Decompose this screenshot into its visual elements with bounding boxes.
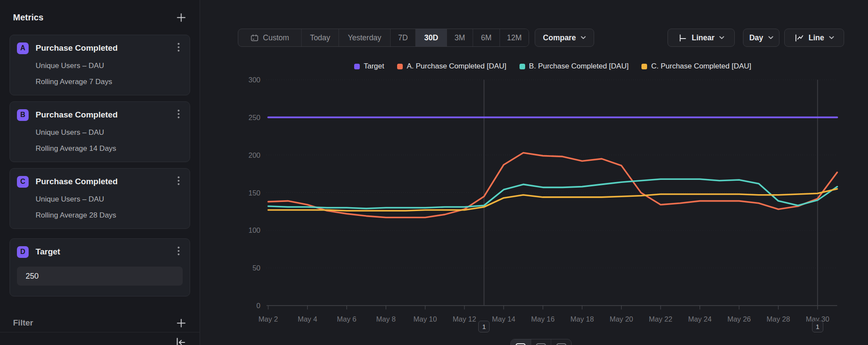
target-card[interactable]: D Target xyxy=(10,238,190,296)
metric-letter-badge: D xyxy=(17,246,29,258)
view-toggle-split[interactable] xyxy=(531,339,551,345)
metrics-sidebar: Metrics A Purchase Completed Unique User… xyxy=(0,0,200,345)
kebab-menu-icon[interactable] xyxy=(174,42,183,54)
kebab-menu-icon[interactable] xyxy=(174,176,183,188)
metric-measure: Unique Users – DAU xyxy=(36,195,183,204)
y-axis-label: 50 xyxy=(253,264,260,272)
y-axis-label: 100 xyxy=(248,226,260,234)
chart-type-button[interactable]: Line xyxy=(784,29,844,47)
date-range-30d[interactable]: 30D xyxy=(415,29,447,46)
legend-item[interactable]: C. Purchase Completed [DAU] xyxy=(641,62,751,71)
annotation-badge[interactable]: 1 xyxy=(812,321,823,332)
target-value-input[interactable] xyxy=(17,267,183,286)
metrics-report-screen: { "sidebar": { "title": "Metrics", "metr… xyxy=(0,0,868,345)
collapse-sidebar-button[interactable] xyxy=(174,336,187,345)
legend-item[interactable]: B. Purchase Completed [DAU] xyxy=(519,62,629,71)
split-view-icon xyxy=(536,343,546,345)
y-axis-label: 250 xyxy=(248,114,260,121)
x-axis-label: May 20 xyxy=(610,315,633,323)
chevron-down-icon xyxy=(581,36,586,39)
add-filter-button[interactable] xyxy=(176,318,187,329)
metric-title: Purchase Completed xyxy=(36,110,168,120)
plus-icon xyxy=(176,12,187,23)
metric-title: Purchase Completed xyxy=(36,177,168,186)
x-axis-label: May 26 xyxy=(727,315,751,323)
legend-swatch xyxy=(641,64,647,69)
x-axis-label: May 28 xyxy=(766,315,790,323)
granularity-label: Day xyxy=(749,33,763,42)
chart-view-toggle xyxy=(510,339,572,345)
date-range-12m[interactable]: 12M xyxy=(500,29,529,46)
y-scale-button[interactable]: Linear xyxy=(667,29,735,47)
granularity-button[interactable]: Day xyxy=(743,29,779,47)
axis-scale-icon xyxy=(678,33,687,42)
metric-card[interactable]: B Purchase Completed Unique Users – DAU … xyxy=(10,101,190,162)
date-range-7d[interactable]: 7D xyxy=(390,29,415,46)
compare-button[interactable]: Compare xyxy=(535,29,594,47)
series-line-b-purchase-completed-dau xyxy=(268,179,837,208)
legend-item[interactable]: A. Purchase Completed [DAU] xyxy=(397,62,506,71)
metric-card[interactable]: A Purchase Completed Unique Users – DAU … xyxy=(10,35,190,95)
collapse-left-icon xyxy=(174,336,187,345)
filter-label: Filter xyxy=(13,318,33,328)
metric-title: Purchase Completed xyxy=(36,43,168,53)
x-axis-label: May 6 xyxy=(337,315,356,323)
metric-transform: Rolling Average 7 Days xyxy=(36,78,183,86)
table-view-icon xyxy=(556,343,567,345)
metric-measure: Unique Users – DAU xyxy=(36,128,183,137)
calendar-icon xyxy=(250,34,259,42)
legend-swatch xyxy=(354,64,360,69)
x-axis-label: May 12 xyxy=(453,315,476,323)
metric-transform: Rolling Average 28 Days xyxy=(36,211,183,220)
target-title: Target xyxy=(36,247,168,257)
x-axis-label: May 10 xyxy=(414,315,437,323)
x-axis-label: May 16 xyxy=(531,315,555,323)
legend-item[interactable]: Target xyxy=(354,62,384,71)
metric-measure: Unique Users – DAU xyxy=(36,62,183,70)
x-axis-label: May 2 xyxy=(259,315,278,323)
legend-label: B. Purchase Completed [DAU] xyxy=(529,62,629,71)
view-toggle-chart[interactable] xyxy=(511,339,531,345)
kebab-menu-icon[interactable] xyxy=(174,246,183,258)
x-axis-label: May 14 xyxy=(492,315,515,323)
date-range-today[interactable]: Today xyxy=(301,29,339,46)
metric-letter-badge: C xyxy=(17,176,29,188)
legend-label: Target xyxy=(364,62,384,71)
line-chart-icon xyxy=(794,33,804,42)
chart-legend: Target A. Purchase Completed [DAU] B. Pu… xyxy=(268,62,837,71)
date-range-6m[interactable]: 6M xyxy=(473,29,500,46)
filter-section: Filter xyxy=(13,315,187,331)
y-axis-label: 150 xyxy=(248,189,260,197)
x-axis-label: May 24 xyxy=(688,315,711,323)
metric-card-list: A Purchase Completed Unique Users – DAU … xyxy=(10,35,190,235)
metric-letter-badge: B xyxy=(17,109,29,121)
chart-view-icon xyxy=(515,343,526,345)
legend-label: A. Purchase Completed [DAU] xyxy=(407,62,506,71)
chevron-down-icon xyxy=(768,36,773,39)
view-toggle-table[interactable] xyxy=(551,339,571,345)
y-axis-label: 300 xyxy=(248,76,260,84)
date-range-3m[interactable]: 3M xyxy=(447,29,473,46)
annotation-badge[interactable]: 1 xyxy=(478,321,490,332)
date-range-control: Custom Today Yesterday 7D 30D 3M 6M 12M xyxy=(238,29,529,47)
chevron-down-icon xyxy=(829,36,834,39)
compare-label: Compare xyxy=(543,33,576,42)
date-range-yesterday[interactable]: Yesterday xyxy=(339,29,390,46)
x-axis-label: May 8 xyxy=(376,315,396,323)
y-axis-label: 200 xyxy=(248,151,260,159)
chevron-down-icon xyxy=(719,36,724,39)
y-axis-label: 0 xyxy=(256,302,260,309)
legend-swatch xyxy=(397,64,403,69)
metric-transform: Rolling Average 14 Days xyxy=(36,144,183,153)
add-metric-button[interactable] xyxy=(176,12,187,23)
x-axis-label: May 22 xyxy=(649,315,672,323)
sidebar-divider xyxy=(0,332,200,332)
legend-label: C. Purchase Completed [DAU] xyxy=(651,62,751,71)
sidebar-title: Metrics xyxy=(13,13,43,23)
plus-icon xyxy=(176,318,187,329)
x-axis-label: May 4 xyxy=(298,315,317,323)
chart-type-label: Line xyxy=(809,33,824,42)
metric-card[interactable]: C Purchase Completed Unique Users – DAU … xyxy=(10,168,190,229)
date-range-custom[interactable]: Custom xyxy=(238,29,301,46)
kebab-menu-icon[interactable] xyxy=(174,109,183,121)
